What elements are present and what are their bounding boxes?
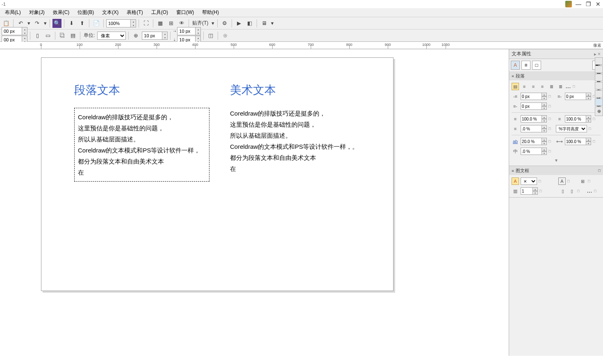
app-icon[interactable]: ◧ [245,19,254,28]
crop-icon[interactable]: ◫ [206,31,215,40]
col-layout2-icon[interactable]: ▯ [568,187,576,195]
guides-icon[interactable]: ⊞ [166,19,175,28]
dup-x-combo[interactable]: ▴▾ [177,27,201,35]
panel-close-icon[interactable]: ▸ × [594,51,601,57]
all-pages-icon[interactable]: ⿻ [58,31,67,40]
menu-text[interactable]: 文本(X) [99,8,122,17]
align-left-icon[interactable]: ≡ [521,83,528,90]
para-tab-icon[interactable]: ≡ [521,61,530,70]
x-input[interactable] [2,27,22,35]
redo-dropdown-icon[interactable]: ▾ [43,19,47,28]
zoom-combo[interactable]: ▴▾ [106,19,136,27]
monitor-icon[interactable]: 🖥 [259,19,269,28]
collapse-icon[interactable]: « [512,73,514,78]
indent-left-input[interactable]: ▴▾ [521,93,547,100]
char-spacing-input[interactable]: ▴▾ [521,138,547,145]
frame-a-icon[interactable]: A [512,177,519,185]
snap-label[interactable]: 贴齐(T) [192,20,208,27]
landscape-icon[interactable]: ▭ [43,31,52,40]
nudge-icon: ⊕ [131,31,140,40]
menu-layout[interactable]: 布局(L) [2,8,24,17]
menu-effect[interactable]: 效果(C) [50,8,73,17]
align-more-icon[interactable]: ... [566,84,571,89]
menu-help[interactable]: 帮助(H) [199,8,222,17]
monitor-dropdown-icon[interactable]: ▾ [270,19,274,28]
word-spacing-input[interactable]: ▴▾ [565,138,591,145]
frame-valign-icon[interactable]: A [558,177,566,185]
add-icon[interactable]: ⊕ [221,31,230,40]
app-logo-icon [565,1,572,7]
indent-first-input[interactable]: ▴▾ [565,93,591,100]
undo-icon[interactable]: ↶ [16,19,25,28]
canvas-area[interactable]: 段落文本 Coreldraw的排版技巧还是挺多的，这里预估是你是基础性的问题，所… [0,49,509,356]
current-page-icon[interactable]: ▤ [68,31,77,40]
snap-dropdown-icon[interactable]: ▾ [211,19,215,28]
unit-label: 单位: [84,32,95,39]
align-none-icon[interactable]: ▤ [512,83,519,90]
menu-table[interactable]: 表格(T) [123,8,146,17]
frame-tab-icon[interactable]: □ [532,61,541,70]
collapse-frame-icon[interactable]: « [512,168,514,173]
col-more-icon[interactable]: ... [587,188,592,194]
import-icon[interactable]: ⬇ [67,19,76,28]
lock-icon[interactable]: □ [573,84,577,89]
side-tab-textprops[interactable]: 文本属性 [595,98,603,106]
options-icon[interactable]: ⚙ [220,19,229,28]
before-spacing-input[interactable]: ▴▾ [521,115,547,123]
grid-icon[interactable]: ▦ [156,19,165,28]
search-icon[interactable]: 🔍 [52,19,61,28]
close-icon[interactable]: ✕ [595,1,601,7]
side-tab-objprops[interactable]: 对象属性 [595,66,603,73]
word-spacing-icon: ⟷ [556,138,563,145]
side-tab-styles[interactable]: 对象样式器 [595,74,603,81]
align-justify-icon[interactable]: ≣ [548,83,555,90]
line-spacing-input[interactable]: ▴▾ [521,125,547,132]
unit-select[interactable]: 像素 [97,32,126,40]
side-tab-add[interactable]: ⊕ [595,107,603,116]
redo-icon[interactable]: ↷ [32,19,41,28]
lang-spacing-input[interactable]: ▴▾ [521,148,547,155]
menu-bitmap[interactable]: 位图(B) [74,8,97,17]
char-tab-icon[interactable]: A [511,61,520,70]
indent-right-input[interactable]: ▴▾ [521,102,547,110]
nudge-combo[interactable]: ▴▾ [142,32,168,40]
undo-dropdown-icon[interactable]: ▾ [27,19,31,28]
col-layout1-icon[interactable]: ▯ [559,187,567,195]
publish-icon[interactable]: 📄 [92,19,101,28]
launch-icon[interactable]: ▶ [234,19,243,28]
align-force-icon[interactable]: ≣ [557,83,564,90]
nudge-input[interactable] [142,32,162,40]
paste-icon[interactable]: 📋 [2,19,11,28]
x-pos-combo[interactable]: ▴▾ [2,27,27,35]
line-unit-select[interactable]: %字符高度 [556,125,587,132]
expand-icon[interactable]: ▾ [555,157,557,163]
align-center-icon[interactable]: ≡ [530,83,537,90]
paragraph-text-frame[interactable]: Coreldraw的排版技巧还是挺多的，这里预估是你是基础性的问题，所以从基础层… [74,108,209,182]
columns-input[interactable]: ▴▾ [521,187,538,195]
indent-right-icon: ≡- [512,102,519,110]
frame-wrap-icon[interactable]: ⊞ [579,177,586,185]
artistic-text[interactable]: Coreldraw的排版技巧还是挺多的，这里预估是你是基础性的问题，所以从基础层… [230,108,360,174]
zoom-input[interactable] [106,19,131,27]
menu-window[interactable]: 窗口(W) [173,8,197,17]
title-text: -1 [2,2,6,7]
fullscreen-icon[interactable]: ⛶ [141,19,150,28]
after-spacing-input[interactable]: ▴▾ [565,115,591,123]
minimize-icon[interactable]: — [575,1,582,7]
menu-object[interactable]: 对象(J) [26,8,48,17]
side-tab-hint[interactable]: 提示 [595,57,603,65]
side-tab-guides[interactable]: 对齐和动态辅助线 [595,90,603,98]
portrait-icon[interactable]: ▯ [33,31,42,40]
dup-x-input[interactable] [177,27,196,35]
preview-icon[interactable]: 👁 [177,19,186,28]
side-tab-align[interactable]: 对齐与分布 [595,82,603,89]
frame-select[interactable]: ✕ [521,177,537,185]
menu-tools[interactable]: 工具(O) [148,8,171,17]
export-icon[interactable]: ⬆ [77,19,86,28]
maximize-icon[interactable]: ❐ [585,1,592,7]
align-right-icon[interactable]: ≡ [539,83,546,90]
before-spacing-icon: ≡ [512,115,519,123]
workspace: 段落文本 Coreldraw的排版技巧还是挺多的，这里预估是你是基础性的问题，所… [0,49,603,356]
ruler-unit-label: 像素 [593,43,601,48]
indent-left-icon: -≡ [512,93,519,100]
